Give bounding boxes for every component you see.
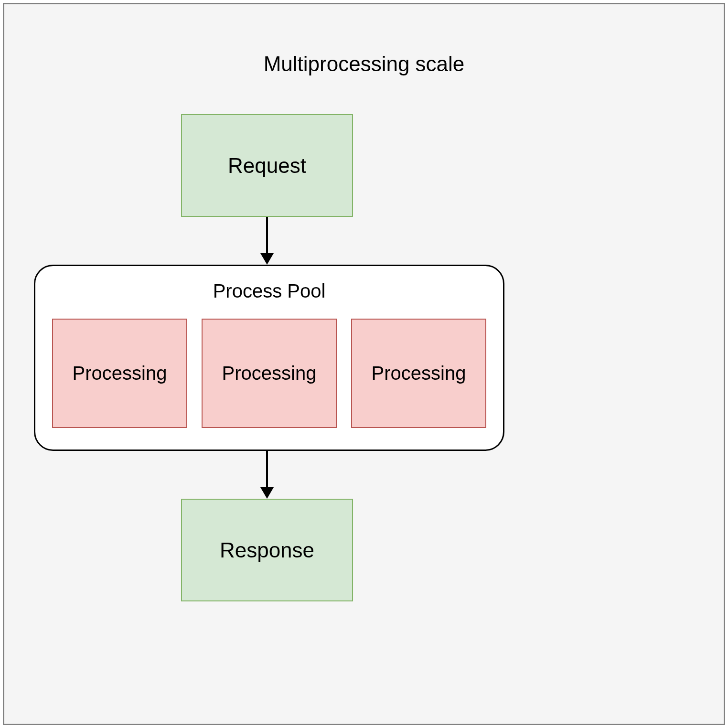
arrowhead-icon xyxy=(260,487,274,499)
process-pool-container: Process Pool Processing Processing Proce… xyxy=(34,265,504,451)
request-label: Request xyxy=(228,154,306,178)
processing-label: Processing xyxy=(372,363,466,384)
arrowhead-icon xyxy=(260,253,274,265)
arrow-request-to-pool xyxy=(266,217,268,253)
diagram-title: Multiprocessing scale xyxy=(4,52,724,76)
processing-label: Processing xyxy=(73,363,167,384)
response-label: Response xyxy=(220,538,314,562)
processing-label: Processing xyxy=(222,363,317,384)
response-node: Response xyxy=(181,499,353,601)
request-node: Request xyxy=(181,114,353,217)
arrow-pool-to-response xyxy=(266,451,268,487)
processing-node: Processing xyxy=(351,319,486,428)
processing-node: Processing xyxy=(52,319,187,428)
process-pool-title: Process Pool xyxy=(35,280,503,302)
processing-node: Processing xyxy=(202,319,337,428)
diagram-canvas: Multiprocessing scale Request Process Po… xyxy=(3,3,725,725)
process-pool-items: Processing Processing Processing xyxy=(52,319,486,428)
